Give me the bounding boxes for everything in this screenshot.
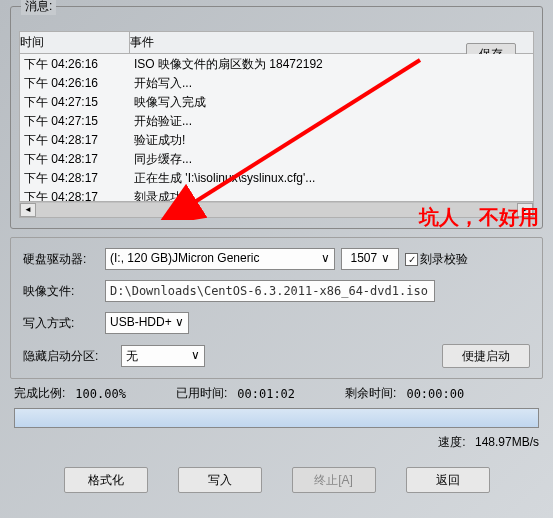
progress-bar xyxy=(14,408,539,428)
log-row[interactable]: 下午 04:27:15开始验证... xyxy=(20,111,533,130)
log-row[interactable]: 下午 04:26:16开始写入... xyxy=(20,73,533,92)
message-legend: 消息: xyxy=(21,0,56,15)
format-button[interactable]: 格式化 xyxy=(64,467,148,493)
used-value: 00:01:02 xyxy=(237,387,295,401)
used-label: 已用时间: xyxy=(176,385,227,402)
log-event: 正在生成 'I:\isolinux\syslinux.cfg'... xyxy=(130,169,533,187)
hide-partition-select[interactable]: 无 ∨ xyxy=(121,345,205,367)
speed-row: 速度: 148.97MB/s xyxy=(14,434,539,451)
log-time: 下午 04:28:17 xyxy=(20,150,130,168)
image-label: 映像文件: xyxy=(23,283,99,300)
scroll-left-icon[interactable]: ◄ xyxy=(20,203,36,217)
remain-label: 剩余时间: xyxy=(345,385,396,402)
bottom-buttons: 格式化 写入 终止[A] 返回 xyxy=(0,467,553,493)
sector-select[interactable]: 1507 ∨ xyxy=(341,248,399,270)
quick-boot-button[interactable]: 便捷启动 xyxy=(442,344,530,368)
image-path-field[interactable]: D:\Downloads\CentOS-6.3.2011-x86_64-dvd1… xyxy=(105,280,435,302)
log-row[interactable]: 下午 04:27:15映像写入完成 xyxy=(20,92,533,111)
log-row[interactable]: 下午 04:28:17同步缓存... xyxy=(20,149,533,168)
log-event: ISO 映像文件的扇区数为 18472192 xyxy=(130,55,533,73)
remain-value: 00:00:00 xyxy=(406,387,464,401)
log-time: 下午 04:28:17 xyxy=(20,169,130,187)
done-label: 完成比例: xyxy=(14,385,65,402)
horizontal-scrollbar[interactable]: ◄ ► xyxy=(19,202,534,218)
speed-value: 148.97MB/s xyxy=(475,435,539,449)
verify-checkbox[interactable]: 刻录校验 xyxy=(405,251,468,268)
log-event: 映像写入完成 xyxy=(130,93,533,111)
form-area: 硬盘驱动器: (I:, 120 GB)JMicron Generic ∨ 150… xyxy=(10,237,543,379)
write-button[interactable]: 写入 xyxy=(178,467,262,493)
checkbox-icon[interactable] xyxy=(405,253,418,266)
log-event: 刻录成功! xyxy=(130,188,533,202)
log-time: 下午 04:27:15 xyxy=(20,112,130,130)
log-row[interactable]: 下午 04:28:17刻录成功! xyxy=(20,187,533,202)
done-value: 100.00% xyxy=(75,387,126,401)
col-time-header[interactable]: 时间 xyxy=(19,31,129,54)
back-button[interactable]: 返回 xyxy=(406,467,490,493)
drive-select[interactable]: (I:, 120 GB)JMicron Generic ∨ xyxy=(105,248,335,270)
log-event: 开始写入... xyxy=(130,74,533,92)
log-time: 下午 04:28:17 xyxy=(20,188,130,202)
stop-button[interactable]: 终止[A] xyxy=(292,467,376,493)
status-row: 完成比例: 100.00% 已用时间: 00:01:02 剩余时间: 00:00… xyxy=(14,385,539,402)
log-time: 下午 04:26:16 xyxy=(20,74,130,92)
scroll-track[interactable] xyxy=(36,203,517,217)
log-event: 开始验证... xyxy=(130,112,533,130)
log-time: 下午 04:26:16 xyxy=(20,55,130,73)
hide-partition-label: 隐藏启动分区: xyxy=(23,348,115,365)
log-time: 下午 04:28:17 xyxy=(20,131,130,149)
log-row[interactable]: 下午 04:28:17正在生成 'I:\isolinux\syslinux.cf… xyxy=(20,168,533,187)
log-row[interactable]: 下午 04:28:17验证成功! xyxy=(20,130,533,149)
log-event: 验证成功! xyxy=(130,131,533,149)
verify-label: 刻录校验 xyxy=(420,251,468,268)
log-event: 同步缓存... xyxy=(130,150,533,168)
log-header: 时间 事件 xyxy=(19,31,534,54)
log-body: 下午 04:26:16ISO 映像文件的扇区数为 18472192下午 04:2… xyxy=(19,54,534,202)
scroll-right-icon[interactable]: ► xyxy=(517,203,533,217)
drive-label: 硬盘驱动器: xyxy=(23,251,99,268)
message-fieldset: 消息: 保存 时间 事件 下午 04:26:16ISO 映像文件的扇区数为 18… xyxy=(10,6,543,229)
write-mode-label: 写入方式: xyxy=(23,315,99,332)
log-row[interactable]: 下午 04:26:16ISO 映像文件的扇区数为 18472192 xyxy=(20,54,533,73)
progress-wrap xyxy=(14,408,539,428)
speed-label: 速度: xyxy=(438,435,465,449)
write-mode-select[interactable]: USB-HDD+ ∨ xyxy=(105,312,189,334)
log-time: 下午 04:27:15 xyxy=(20,93,130,111)
